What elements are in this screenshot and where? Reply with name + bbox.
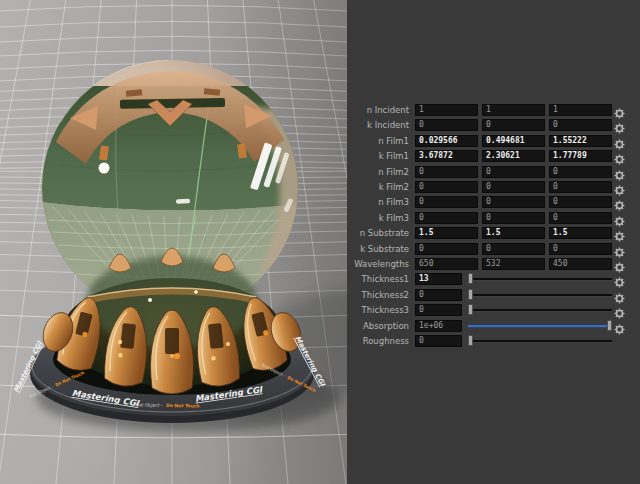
value-field[interactable]: 0 — [482, 166, 545, 178]
parameter-label: Thickness1 — [347, 271, 409, 287]
value-field[interactable]: 0 — [549, 196, 612, 208]
slider-handle[interactable] — [468, 304, 473, 315]
slider-fill — [468, 325, 610, 327]
gear-icon[interactable] — [614, 181, 625, 192]
slider-track[interactable] — [468, 309, 612, 312]
value-field[interactable]: 1.5 — [549, 227, 612, 239]
parameter-row-n-film1: n Film10.0295660.4946811.55222 — [347, 133, 640, 149]
parameter-label: n Film2 — [347, 164, 409, 180]
warning-prefix: Test Object - — [133, 402, 162, 408]
parameter-label: k Film2 — [347, 179, 409, 195]
value-field[interactable]: 0.029566 — [415, 135, 478, 147]
value-field[interactable]: 1 — [415, 104, 478, 116]
value-field[interactable]: 1 — [482, 104, 545, 116]
value-field[interactable]: 0 — [482, 181, 545, 193]
value-field[interactable]: 1.55222 — [549, 135, 612, 147]
material-parameters-panel: n Incident111k Incident000n Film10.02956… — [347, 0, 640, 484]
value-field[interactable]: 0 — [415, 243, 478, 255]
value-field[interactable]: 0 — [415, 304, 462, 316]
parameter-row-n-substrate: n Substrate1.51.51.5 — [347, 225, 640, 241]
value-field[interactable]: 0 — [549, 243, 612, 255]
value-field[interactable]: 0 — [482, 212, 545, 224]
gear-icon[interactable] — [614, 304, 625, 315]
value-field[interactable]: 0 — [415, 181, 478, 193]
gear-icon[interactable] — [614, 243, 625, 254]
value-field[interactable]: 450 — [549, 258, 612, 270]
slider-track[interactable] — [468, 294, 612, 297]
gear-icon[interactable] — [614, 273, 625, 284]
gear-icon[interactable] — [614, 289, 625, 300]
value-field[interactable]: 13 — [415, 273, 462, 285]
value-field[interactable]: 0 — [415, 212, 478, 224]
value-field[interactable]: 0 — [549, 181, 612, 193]
value-field[interactable]: 0 — [482, 196, 545, 208]
value-field[interactable]: 1e+06 — [415, 320, 462, 332]
value-field[interactable]: 1.5 — [482, 227, 545, 239]
slider-handle[interactable] — [468, 289, 473, 300]
gear-icon[interactable] — [614, 119, 625, 130]
parameter-row-k-film3: k Film3000 — [347, 210, 640, 226]
shader-ball-render: Mastering CGI Mastering CGI Mastering CG… — [0, 0, 347, 484]
parameter-row-thickness3: Thickness30 — [347, 302, 640, 318]
gear-icon[interactable] — [614, 166, 625, 177]
parameter-label: n Film3 — [347, 194, 409, 210]
value-field[interactable]: 0 — [415, 166, 478, 178]
slider-handle[interactable] — [607, 320, 612, 331]
gear-icon[interactable] — [614, 104, 625, 115]
parameter-row-wavelengths: Wavelengths650532450 — [347, 256, 640, 272]
render-viewport[interactable]: Mastering CGI Mastering CGI Mastering CG… — [0, 0, 347, 484]
value-field[interactable]: 0 — [415, 119, 478, 131]
value-field[interactable]: 0 — [482, 119, 545, 131]
specular-dot — [99, 163, 110, 174]
parameter-label: Wavelengths — [347, 256, 409, 272]
parameter-label: n Film1 — [347, 133, 409, 149]
slider-track[interactable] — [468, 340, 612, 343]
parameter-row-k-film2: k Film2000 — [347, 179, 640, 195]
gear-icon[interactable] — [614, 258, 625, 269]
parameter-label: Absorption — [347, 318, 409, 334]
parameter-label: k Incident — [347, 117, 409, 133]
gear-icon[interactable] — [614, 135, 625, 146]
value-field[interactable]: 0 — [549, 166, 612, 178]
parameter-label: n Substrate — [347, 225, 409, 241]
value-field[interactable]: 0 — [415, 196, 478, 208]
value-field[interactable]: 1.5 — [415, 227, 478, 239]
parameter-label: Thickness3 — [347, 302, 409, 318]
slider-handle[interactable] — [468, 273, 473, 284]
gear-icon[interactable] — [614, 227, 625, 238]
parameter-row-n-incident: n Incident111 — [347, 102, 640, 118]
parameter-row-thickness2: Thickness20 — [347, 287, 640, 303]
value-field[interactable]: 3.67872 — [415, 150, 478, 162]
value-field[interactable]: 650 — [415, 258, 478, 270]
parameter-row-roughness: Roughness0 — [347, 333, 640, 349]
parameter-row-n-film3: n Film3000 — [347, 194, 640, 210]
slider-handle[interactable] — [468, 335, 473, 346]
parameter-label: k Film3 — [347, 210, 409, 226]
parameter-row-k-incident: k Incident000 — [347, 117, 640, 133]
parameter-row-thickness1: Thickness113 — [347, 271, 640, 287]
slider-track[interactable] — [468, 278, 612, 281]
parameter-label: Thickness2 — [347, 287, 409, 303]
parameter-label: n Incident — [347, 102, 409, 118]
value-field[interactable]: 1.77789 — [549, 150, 612, 162]
slider-track[interactable] — [468, 325, 612, 328]
value-field[interactable]: 0 — [415, 289, 462, 301]
gear-icon[interactable] — [614, 196, 625, 207]
parameter-row-absorption: Absorption1e+06 — [347, 318, 640, 334]
value-field[interactable]: 1 — [549, 104, 612, 116]
parameter-label: Roughness — [347, 333, 409, 349]
value-field[interactable]: 0 — [415, 335, 462, 347]
app-window: Mastering CGI Mastering CGI Mastering CG… — [0, 0, 640, 484]
parameter-row-n-film2: n Film2000 — [347, 164, 640, 180]
gear-icon[interactable] — [614, 212, 625, 223]
parameter-row-k-film1: k Film13.678722.306211.77789 — [347, 148, 640, 164]
value-field[interactable]: 0 — [549, 212, 612, 224]
value-field[interactable]: 2.30621 — [482, 150, 545, 162]
gear-icon[interactable] — [614, 150, 625, 161]
gear-icon[interactable] — [614, 320, 625, 331]
value-field[interactable]: 0 — [549, 119, 612, 131]
value-field[interactable]: 0 — [482, 243, 545, 255]
value-field[interactable]: 0.494681 — [482, 135, 545, 147]
warning-emphasis: Do Not Touch — [166, 403, 200, 409]
value-field[interactable]: 532 — [482, 258, 545, 270]
